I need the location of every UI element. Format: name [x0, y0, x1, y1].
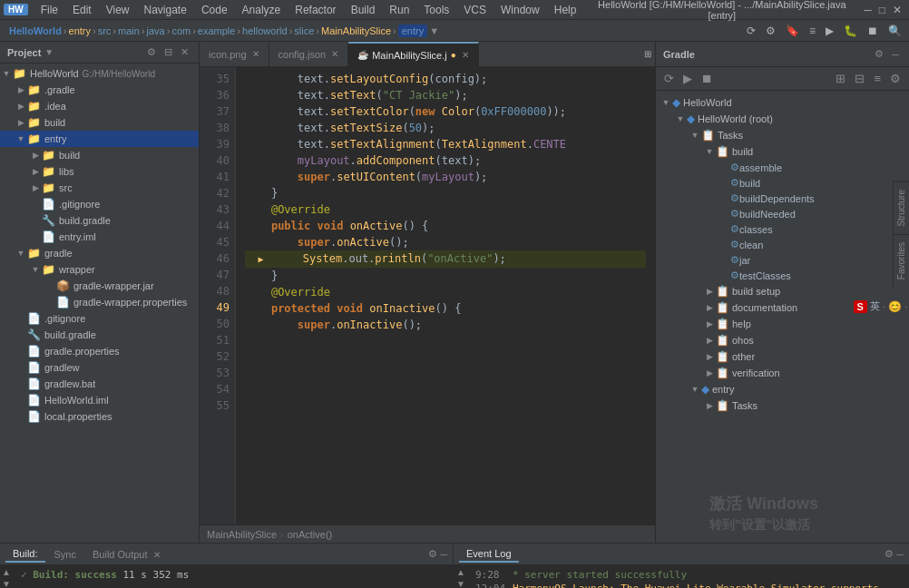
build-settings-btn[interactable]: ⚙: [428, 548, 437, 560]
sidebar-tab-structure[interactable]: Structure: [894, 181, 909, 234]
gradle-expand-btn[interactable]: ⊞: [833, 71, 848, 86]
menu-navigate[interactable]: Navigate: [137, 2, 194, 18]
gradle-item-buildsetup[interactable]: ▶ 📋 build setup: [656, 283, 909, 299]
project-expand-btn[interactable]: ⊟: [161, 45, 175, 59]
menu-build[interactable]: Build: [344, 2, 383, 18]
gradle-stop-btn[interactable]: ⏹: [699, 71, 716, 86]
menu-refactor[interactable]: Refactor: [288, 2, 343, 18]
tab-icon-png[interactable]: icon.png ✕: [200, 42, 269, 66]
project-gear-btn[interactable]: ⚙: [144, 45, 159, 59]
bookmark-btn[interactable]: 🔖: [782, 23, 803, 39]
menu-view[interactable]: View: [99, 2, 137, 18]
menu-analyze[interactable]: Analyze: [235, 2, 288, 18]
gradle-collapse-btn[interactable]: ⊟: [852, 71, 867, 86]
gradle-item-entry[interactable]: ▼ ◆ entry: [656, 381, 909, 397]
build-output-close[interactable]: ✕: [153, 550, 161, 560]
gradle-gear-btn[interactable]: ⚙: [887, 71, 904, 86]
tab-mainabilityslice-close[interactable]: ✕: [462, 50, 469, 60]
gradle-item-root[interactable]: ▼ ◆ HelloWorld: [656, 94, 909, 111]
tab-sync[interactable]: Sync: [47, 547, 83, 562]
tab-build-output[interactable]: Build Output ✕: [85, 547, 168, 562]
tab-config-json-close[interactable]: ✕: [331, 49, 338, 59]
event-log-settings-btn[interactable]: ⚙: [885, 548, 894, 560]
menu-tools[interactable]: Tools: [416, 2, 456, 18]
close-btn[interactable]: ✕: [889, 2, 905, 18]
code-area[interactable]: 35 36 37 38 39 40 41 42 43 44 45 46 47 4…: [200, 67, 655, 524]
gradle-item-tasks[interactable]: ▼ 📋 Tasks: [656, 127, 909, 143]
minimize-btn[interactable]: ─: [860, 2, 875, 18]
gradle-task-builddependents[interactable]: ▶ ⚙ buildDependents: [656, 191, 909, 206]
tab-build[interactable]: Build:: [5, 546, 45, 563]
search-everywhere-btn[interactable]: 🔍: [885, 23, 905, 39]
tree-item-wrapper[interactable]: ▼ 📁 wrapper: [0, 261, 199, 278]
gradle-item-build-group[interactable]: ▼ 📋 build: [656, 143, 909, 160]
tree-item-idea[interactable]: ▶ 📁 .idea: [0, 98, 199, 114]
menu-vcs[interactable]: VCS: [456, 2, 494, 18]
gradle-task-buildneeded[interactable]: ▶ ⚙ buildNeeded: [656, 206, 909, 221]
event-log-minimize-btn[interactable]: ─: [896, 548, 904, 560]
tree-item-root-buildgradle[interactable]: ▶ 🔧 build.gradle: [0, 327, 199, 343]
tree-item-entry-iml[interactable]: ▶ 📄 entry.iml: [0, 229, 199, 245]
gradle-run-btn[interactable]: ▶: [680, 71, 695, 86]
tree-item-local-props[interactable]: ▶ 📄 local.properties: [0, 408, 199, 425]
maximize-btn[interactable]: □: [875, 2, 889, 18]
settings-btn[interactable]: ⚙: [762, 23, 779, 39]
sidebar-tab-favorites[interactable]: Favorites: [894, 234, 909, 287]
tab-mainabilityslice[interactable]: ☕ MainAbilitySlice.j ● ✕: [348, 42, 479, 66]
tab-recent-btn[interactable]: ⊞: [640, 47, 655, 61]
project-dropdown-icon[interactable]: ▼: [44, 47, 54, 57]
tree-item-entry-src[interactable]: ▶ 📁 src: [0, 180, 199, 196]
gradle-task-testclasses[interactable]: ▶ ⚙ testClasses: [656, 268, 909, 283]
refresh-btn[interactable]: ⟳: [743, 23, 759, 39]
tree-item-wrapper-props[interactable]: ▶ 📄 gradle-wrapper.properties: [0, 294, 199, 310]
tree-item-gradlew-bat[interactable]: ▶ 📄 gradlew.bat: [0, 376, 199, 392]
project-close-btn[interactable]: ✕: [178, 45, 191, 59]
code-content[interactable]: text.setLayoutConfig(config); text.setTe…: [236, 67, 655, 524]
gradle-task-jar[interactable]: ▶ ⚙ jar: [656, 252, 909, 268]
tab-icon-png-close[interactable]: ✕: [252, 49, 259, 59]
tab-config-json[interactable]: config.json ✕: [269, 42, 349, 66]
menu-edit[interactable]: Edit: [65, 2, 99, 18]
tree-item-entry-build[interactable]: ▶ 📁 build: [0, 147, 199, 163]
gradle-settings-btn[interactable]: ⚙: [872, 47, 886, 61]
gradle-task-assemble[interactable]: ▶ ⚙ assemble: [656, 160, 909, 175]
menu-file[interactable]: File: [34, 2, 65, 18]
tree-item-root-iml[interactable]: ▶ 📄 HelloWorld.iml: [0, 392, 199, 408]
tree-item-entry[interactable]: ▼ 📁 entry: [0, 131, 199, 147]
tree-item-gradlew[interactable]: ▶ 📄 gradlew: [0, 359, 199, 376]
run-btn[interactable]: ▶: [822, 23, 837, 39]
gradle-filter-btn[interactable]: ≡: [871, 71, 884, 86]
tree-item-entry-libs[interactable]: ▶ 📁 libs: [0, 163, 199, 180]
tree-item-helloworld[interactable]: ▼ 📁 HelloWorld G:/HM/HelloWorld: [0, 65, 199, 82]
menu-run[interactable]: Run: [382, 2, 416, 18]
tree-item-root-gitignore[interactable]: ▶ 📄 .gitignore: [0, 310, 199, 327]
gradle-task-clean[interactable]: ▶ ⚙ clean: [656, 237, 909, 252]
menu-window[interactable]: Window: [494, 2, 547, 18]
gradle-item-ohos[interactable]: ▶ 📋 ohos: [656, 332, 909, 348]
tab-event-log[interactable]: Event Log: [459, 546, 519, 563]
event-scroll-down[interactable]: ▼: [456, 579, 465, 588]
tree-item-dotgradle[interactable]: ▶ 📁 .gradle: [0, 82, 199, 98]
gradle-item-other[interactable]: ▶ 📋 other: [656, 348, 909, 365]
tree-item-gradle-props[interactable]: ▶ 📄 gradle.properties: [0, 343, 199, 359]
debug-btn[interactable]: 🐛: [840, 23, 861, 39]
tree-item-gradle[interactable]: ▼ 📁 gradle: [0, 245, 199, 261]
gradle-item-entry-tasks[interactable]: ▶ 📋 Tasks: [656, 397, 909, 414]
gradle-task-build[interactable]: ▶ ⚙ build: [656, 175, 909, 191]
menu-help[interactable]: Help: [547, 2, 584, 18]
stop-btn[interactable]: ⏹: [864, 23, 882, 39]
menu-code[interactable]: Code: [194, 2, 235, 18]
event-scroll-up[interactable]: ▲: [456, 567, 465, 577]
gradle-item-help[interactable]: ▶ 📋 help: [656, 316, 909, 332]
tree-item-build[interactable]: ▶ 📁 build: [0, 114, 199, 131]
gradle-item-root-sub[interactable]: ▼ ◆ HelloWorld (root): [656, 111, 909, 127]
tree-item-entry-gitignore[interactable]: ▶ 📄 .gitignore: [0, 196, 199, 212]
build-scroll-up[interactable]: ▲: [2, 567, 11, 577]
structure-btn[interactable]: ≡: [806, 23, 819, 39]
gradle-minimize-btn[interactable]: ─: [889, 47, 902, 61]
build-minimize-btn[interactable]: ─: [440, 548, 447, 560]
tree-item-wrapper-jar[interactable]: ▶ 📦 gradle-wrapper.jar: [0, 278, 199, 294]
gradle-item-verification[interactable]: ▶ 📋 verification: [656, 365, 909, 381]
tree-item-entry-buildgradle[interactable]: ▶ 🔧 build.gradle: [0, 212, 199, 229]
gradle-task-classes[interactable]: ▶ ⚙ classes: [656, 221, 909, 237]
